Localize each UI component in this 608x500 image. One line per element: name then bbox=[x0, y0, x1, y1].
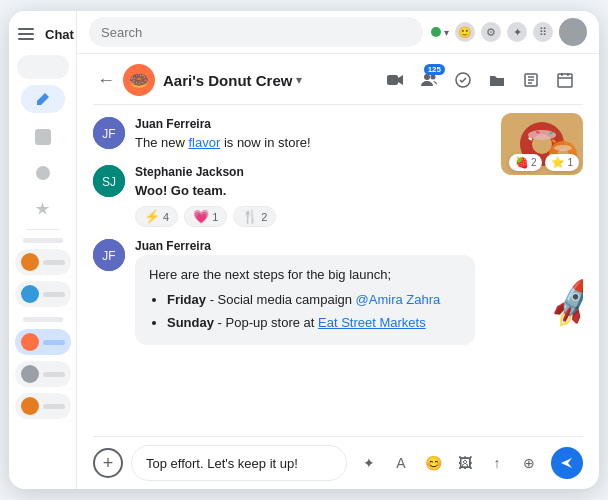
grid-button[interactable]: ⠿ bbox=[533, 22, 553, 42]
members-badge: 125 bbox=[424, 64, 445, 75]
reaction-fork[interactable]: 🍴2 bbox=[233, 206, 276, 227]
image-upload-button[interactable]: 🖼 bbox=[451, 449, 479, 477]
tasks-button[interactable] bbox=[449, 66, 477, 94]
star-format-button[interactable]: ✦ bbox=[355, 449, 383, 477]
input-area: + ✦ A 😊 🖼 ↑ ⊕ bbox=[93, 436, 583, 489]
text-format-button[interactable]: A bbox=[387, 449, 415, 477]
sidebar-nav bbox=[9, 121, 76, 225]
message-row: JF Juan Ferreira The new flavor is now i… bbox=[93, 117, 583, 153]
folder-button[interactable] bbox=[483, 66, 511, 94]
chat-window: ← 🍩 Aari's Donut Crew ▾ 125 bbox=[77, 54, 599, 489]
sidebar-item-active[interactable] bbox=[15, 329, 71, 355]
sidebar-section-label-2 bbox=[23, 317, 63, 322]
message-text-stephanie: Woo! Go team. bbox=[135, 181, 583, 201]
eat-street-link[interactable]: Eat Street Markets bbox=[318, 315, 426, 330]
send-icon bbox=[559, 455, 575, 471]
svg-text:JF: JF bbox=[102, 127, 115, 141]
group-name-chevron[interactable]: ▾ bbox=[296, 73, 302, 87]
message-avatar-stephanie: SJ bbox=[93, 165, 125, 197]
sidebar: Chat bbox=[9, 11, 77, 489]
message-sender-juan2: Juan Ferreira bbox=[135, 239, 583, 253]
svg-marker-2 bbox=[398, 75, 403, 85]
sidebar-nav-star[interactable] bbox=[23, 193, 63, 225]
image-reactions: 🍓2 ⭐1 bbox=[509, 154, 579, 171]
message-avatar-juan: JF bbox=[93, 117, 125, 149]
top-bar-actions: ▾ 🙂 ⚙ ✦ ⠿ bbox=[431, 18, 587, 46]
sidebar-chat-list bbox=[9, 247, 76, 424]
flavor-link[interactable]: flavor bbox=[188, 135, 220, 150]
video-call-button[interactable] bbox=[381, 66, 409, 94]
message-content-juan2: Juan Ferreira Here are the next steps fo… bbox=[135, 239, 583, 345]
search-bar-placeholder[interactable] bbox=[17, 55, 69, 79]
upload-button[interactable]: ↑ bbox=[483, 449, 511, 477]
input-actions: ✦ A 😊 🖼 ↑ ⊕ bbox=[355, 449, 543, 477]
sidebar-item[interactable] bbox=[15, 361, 71, 387]
top-bar: ▾ 🙂 ⚙ ✦ ⠿ bbox=[77, 11, 599, 54]
svg-text:JF: JF bbox=[102, 249, 115, 263]
sidebar-item[interactable] bbox=[15, 281, 71, 307]
emoji-button[interactable]: 😊 bbox=[419, 449, 447, 477]
svg-rect-7 bbox=[558, 74, 572, 87]
search-input[interactable] bbox=[89, 17, 423, 47]
messages-area: JF Juan Ferreira The new flavor is now i… bbox=[93, 105, 583, 436]
calendar-button[interactable] bbox=[551, 66, 579, 94]
add-attachment-button[interactable]: + bbox=[93, 448, 123, 478]
sidebar-item[interactable] bbox=[15, 393, 71, 419]
task-list-button[interactable] bbox=[517, 66, 545, 94]
status-dot bbox=[431, 27, 441, 37]
reaction-heart[interactable]: 💗1 bbox=[184, 206, 227, 227]
sidebar-section-label bbox=[23, 238, 63, 243]
svg-text:SJ: SJ bbox=[102, 175, 116, 189]
bullet-item-sunday: Sunday - Pop-up store at Eat Street Mark… bbox=[167, 313, 461, 334]
send-button[interactable] bbox=[551, 447, 583, 479]
sidebar-nav-home[interactable] bbox=[23, 121, 63, 153]
members-button[interactable]: 125 bbox=[415, 66, 443, 94]
donut-image: 🍓2 ⭐1 bbox=[501, 113, 583, 175]
svg-point-13 bbox=[528, 130, 556, 140]
group-avatar: 🍩 bbox=[123, 64, 155, 96]
reaction-lightning[interactable]: ⚡4 bbox=[135, 206, 178, 227]
app-container: Chat bbox=[9, 11, 599, 489]
main-area: ▾ 🙂 ⚙ ✦ ⠿ ← 🍩 Aari's Donut Crew ▾ bbox=[77, 11, 599, 489]
strawberry-reaction[interactable]: 🍓2 bbox=[509, 154, 543, 171]
sidebar-nav-mentions[interactable] bbox=[23, 157, 63, 189]
settings-button[interactable]: ⚙ bbox=[481, 22, 501, 42]
svg-point-4 bbox=[431, 75, 436, 80]
sidebar-divider bbox=[27, 229, 59, 230]
app-title: Chat bbox=[45, 27, 74, 42]
sidebar-item[interactable] bbox=[15, 249, 71, 275]
message-row-juan2: JF Juan Ferreira Here are the next steps… bbox=[93, 239, 583, 345]
smiley-button[interactable]: 🙂 bbox=[455, 22, 475, 42]
status-chevron: ▾ bbox=[444, 27, 449, 38]
chat-header-actions: 125 bbox=[381, 66, 579, 94]
star-reaction[interactable]: ⭐1 bbox=[545, 154, 579, 171]
bullet-item-friday: Friday - Social media campaign @Amira Za… bbox=[167, 290, 461, 311]
message-bubble: Here are the next steps for the big laun… bbox=[135, 255, 475, 345]
add-icon-button[interactable]: ✦ bbox=[507, 22, 527, 42]
svg-point-20 bbox=[554, 145, 572, 151]
sidebar-top-bar: Chat bbox=[9, 19, 76, 49]
compose-icon bbox=[35, 91, 51, 107]
message-avatar-juan2: JF bbox=[93, 239, 125, 271]
back-button[interactable]: ← bbox=[97, 70, 115, 91]
mention-amira[interactable]: @Amira Zahra bbox=[356, 292, 441, 307]
group-name: Aari's Donut Crew bbox=[163, 72, 292, 89]
message-input[interactable] bbox=[131, 445, 347, 481]
bullet-list: Friday - Social media campaign @Amira Za… bbox=[149, 290, 461, 334]
chat-header: ← 🍩 Aari's Donut Crew ▾ 125 bbox=[93, 54, 583, 105]
user-avatar[interactable] bbox=[559, 18, 587, 46]
status-indicator[interactable]: ▾ bbox=[431, 27, 449, 38]
more-options-button[interactable]: ⊕ bbox=[515, 449, 543, 477]
compose-button[interactable] bbox=[21, 85, 65, 113]
bubble-intro: Here are the next steps for the big laun… bbox=[149, 267, 391, 282]
svg-rect-1 bbox=[387, 75, 398, 85]
hamburger-menu-button[interactable] bbox=[15, 25, 37, 43]
message-reactions: ⚡4 💗1 🍴2 bbox=[135, 206, 583, 227]
